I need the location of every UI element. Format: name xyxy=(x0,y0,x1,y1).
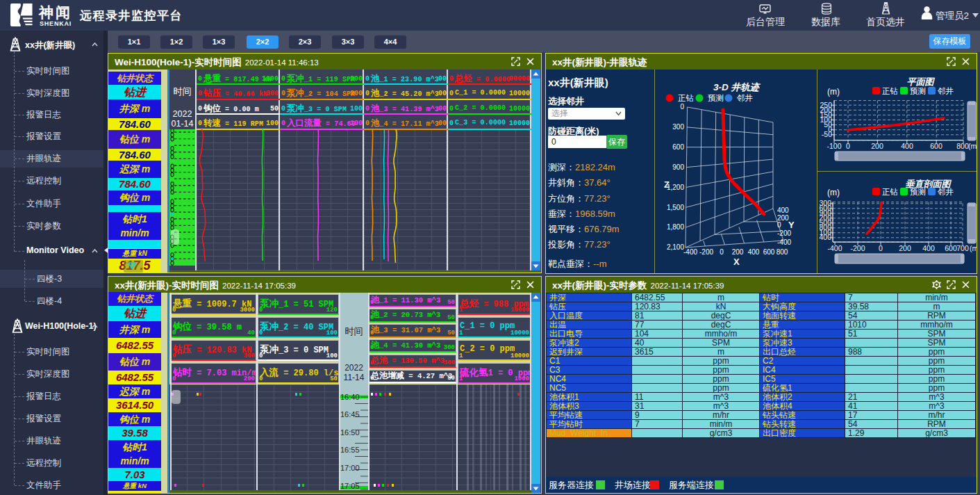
svg-text:800: 800 xyxy=(776,248,788,256)
svg-text:200: 200 xyxy=(871,142,883,150)
svg-text:3-D 井轨迹: 3-D 井轨迹 xyxy=(713,82,761,92)
svg-text:预测: 预测 xyxy=(910,188,926,196)
svg-text:1,800: 1,800 xyxy=(667,223,684,231)
svg-text:邻井: 邻井 xyxy=(736,94,754,102)
svg-text:1,500: 1,500 xyxy=(667,204,684,211)
svg-text:0: 0 xyxy=(720,248,724,256)
svg-text:-400: -400 xyxy=(777,238,791,246)
svg-text:400: 400 xyxy=(819,233,831,241)
svg-text:(m): (m) xyxy=(968,142,977,150)
svg-text:邻井: 邻井 xyxy=(937,87,954,95)
svg-text:-400: -400 xyxy=(827,244,842,252)
svg-text:200: 200 xyxy=(899,244,911,252)
svg-text:(m): (m) xyxy=(970,244,977,252)
svg-text:0: 0 xyxy=(879,244,883,252)
svg-text:-100: -100 xyxy=(827,142,841,150)
svg-text:-400: -400 xyxy=(683,248,697,256)
svg-text:0: 0 xyxy=(680,103,684,111)
svg-text:-200: -200 xyxy=(699,248,713,256)
svg-text:600: 600 xyxy=(945,244,957,252)
svg-text:平面图: 平面图 xyxy=(907,76,936,87)
svg-text:400: 400 xyxy=(901,142,913,150)
svg-text:预测: 预测 xyxy=(708,94,724,102)
svg-text:300: 300 xyxy=(672,123,684,131)
svg-text:预测: 预测 xyxy=(910,87,926,95)
svg-text:正钻: 正钻 xyxy=(678,94,694,102)
svg-text:2,100: 2,100 xyxy=(667,243,684,251)
svg-text:Z: Z xyxy=(664,179,670,190)
svg-text:正钻: 正钻 xyxy=(882,188,898,196)
svg-text:0: 0 xyxy=(846,142,850,150)
svg-text:Y: Y xyxy=(788,220,795,230)
svg-text:900: 900 xyxy=(672,163,684,171)
svg-text:正钻: 正钻 xyxy=(882,87,898,95)
svg-text:(m): (m) xyxy=(827,188,840,197)
svg-text:-200: -200 xyxy=(850,244,865,252)
svg-text:(m): (m) xyxy=(827,87,840,97)
svg-text:X: X xyxy=(733,257,740,267)
svg-text:-50: -50 xyxy=(822,130,832,138)
svg-text:400: 400 xyxy=(922,244,935,252)
svg-text:400: 400 xyxy=(748,248,760,256)
svg-text:600: 600 xyxy=(763,248,775,256)
svg-text:600: 600 xyxy=(672,143,684,151)
svg-text:800: 800 xyxy=(956,142,969,150)
svg-text:邻井: 邻井 xyxy=(937,188,954,196)
svg-text:400: 400 xyxy=(777,206,789,214)
svg-text:700: 700 xyxy=(956,244,969,252)
svg-text:600: 600 xyxy=(930,142,942,150)
svg-text:-200: -200 xyxy=(777,229,791,237)
svg-text:200: 200 xyxy=(732,248,744,256)
svg-text:0: 0 xyxy=(777,221,781,229)
